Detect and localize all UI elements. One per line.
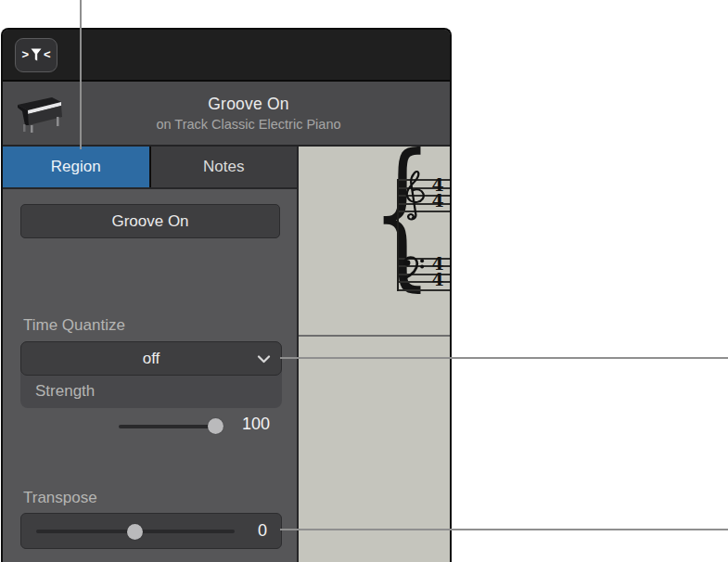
bass-staff-line (397, 289, 450, 291)
region-title: Groove On (47, 95, 450, 114)
strength-value: 100 (242, 415, 270, 434)
score-preview-area: { (297, 147, 450, 562)
editor-main-area: Region Notes Groove On Time Quantize off… (3, 147, 450, 562)
time-quantize-popup[interactable]: off (20, 341, 282, 376)
region-name-field[interactable]: Groove On (20, 204, 280, 238)
screenshot-root: > < Groove On on Track Classic Electric (0, 0, 728, 562)
time-quantize-group: off Strength 100 (20, 341, 282, 408)
inspector-tabbar: Region Notes (3, 147, 297, 189)
score-system-divider (299, 335, 450, 337)
tab-region[interactable]: Region (3, 147, 149, 187)
time-quantize-value: off (143, 350, 160, 368)
transpose-label: Transpose (23, 489, 97, 507)
editor-menu-bar: > < (3, 30, 450, 82)
strength-slider-thumb[interactable] (208, 418, 224, 434)
filter-left-arrow-icon: > (21, 48, 29, 60)
transpose-control: 0 (20, 513, 282, 549)
region-inspector-column: Region Notes Groove On Time Quantize off… (3, 147, 297, 562)
filter-right-arrow-icon: < (44, 48, 51, 60)
transpose-slider-thumb[interactable] (127, 524, 143, 540)
quantize-strength-row: Strength 100 (20, 376, 282, 408)
time-signature-denominator: 4 (428, 193, 448, 209)
editor-inspector-panel: > < Groove On on Track Classic Electric (1, 28, 452, 562)
system-barline (397, 179, 399, 291)
time-quantize-label: Time Quantize (23, 316, 125, 335)
bass-time-signature: 4 4 (428, 256, 448, 287)
grand-staff-brace: { (372, 139, 390, 287)
tab-notes[interactable]: Notes (151, 147, 298, 187)
time-signature-denominator: 4 (428, 272, 448, 287)
treble-clef-icon (402, 167, 425, 221)
treble-time-signature: 4 4 (428, 177, 448, 209)
catch-filter-button[interactable]: > < (15, 38, 57, 72)
strength-label: Strength (35, 382, 95, 401)
funnel-icon (31, 48, 42, 62)
transpose-value: 0 (258, 521, 267, 541)
chevron-down-icon (257, 355, 271, 364)
callout-line-region-tab (80, 0, 82, 149)
callout-line-quantize-popup (280, 357, 728, 359)
callout-line-transpose-slider (280, 529, 728, 530)
bass-clef-icon (402, 256, 426, 281)
electric-piano-icon (14, 94, 64, 134)
